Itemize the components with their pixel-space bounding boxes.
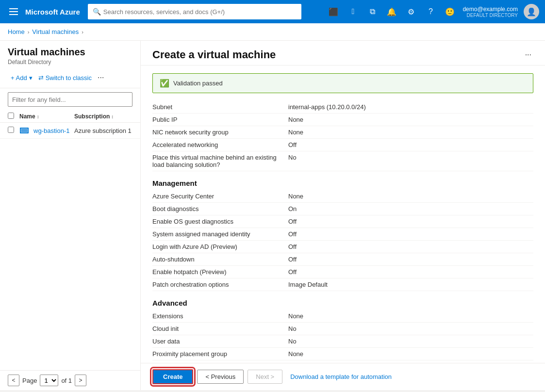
sidebar-footer: < Page 1 of 1 > — [0, 370, 140, 390]
breadcrumb-sep-2: › — [82, 29, 83, 35]
table-row[interactable]: wg-bastion-1 Azure subscription 1 — [0, 123, 140, 139]
detail-value: None — [288, 129, 533, 136]
detail-row: Cloud initNo — [152, 323, 533, 335]
action-bar: Create < Previous Next > Download a temp… — [141, 363, 545, 390]
breadcrumb: Home › Virtual machines › — [0, 23, 545, 41]
networking-detail-rows: Subnetinternal-apps (10.20.0.0/24)Public… — [152, 101, 533, 171]
detail-label: Azure Security Center — [152, 193, 288, 200]
portal-icon[interactable]: ⬛ — [325, 3, 342, 20]
help-icon[interactable]: ? — [422, 3, 439, 20]
breadcrumb-virtual-machines[interactable]: Virtual machines — [32, 28, 79, 35]
detail-row: Enable OS guest diagnosticsOff — [152, 215, 533, 228]
detail-value: None — [288, 116, 533, 123]
filter-input[interactable] — [8, 92, 132, 107]
search-wrapper: 🔍 — [88, 4, 301, 19]
breadcrumb-home[interactable]: Home — [8, 28, 25, 35]
detail-row: NIC network security groupNone — [152, 126, 533, 139]
feedback-icon[interactable]: 🙂 — [441, 3, 459, 20]
detail-row: Proximity placement groupNone — [152, 348, 533, 360]
name-sort-icon: ↕ — [37, 114, 39, 119]
row-subscription: Azure subscription 1 — [74, 127, 132, 134]
top-navigation: Microsoft Azure 🔍 ⬛  ⧉ 🔔 ⚙ ? 🙂 demo@exa… — [0, 0, 545, 23]
col-name-label: Name — [19, 113, 35, 120]
content-header: Create a virtual machine ··· — [141, 41, 545, 65]
select-all-checkbox-col — [8, 113, 19, 120]
hamburger-menu[interactable] — [6, 4, 21, 19]
advanced-detail-rows: ExtensionsNoneCloud initNoUser dataNoPro… — [152, 310, 533, 360]
prev-page-button[interactable]: < — [8, 375, 19, 386]
row-checkbox[interactable] — [8, 127, 14, 133]
detail-label: NIC network security group — [152, 129, 288, 136]
create-button[interactable]: Create — [152, 369, 193, 384]
detail-value: Image Default — [288, 281, 533, 288]
avatar[interactable]: 👤 — [524, 4, 539, 19]
detail-value: On — [288, 205, 533, 212]
detail-label: Accelerated networking — [152, 141, 288, 148]
detail-label: Login with Azure AD (Preview) — [152, 243, 288, 250]
validation-text: Validation passed — [173, 80, 223, 87]
settings-icon[interactable]: ⚙ — [402, 3, 420, 20]
detail-value: No — [288, 338, 533, 345]
content-body: ✅ Validation passed Subnetinternal-apps … — [141, 65, 545, 363]
sidebar: Virtual machines Default Directory + Add… — [0, 41, 141, 390]
previous-button[interactable]: < Previous — [197, 370, 244, 384]
detail-value: Off — [288, 243, 533, 250]
directory-icon[interactable]: ⧉ — [363, 3, 381, 20]
detail-label: System assigned managed identity — [152, 230, 288, 238]
add-label: + Add — [11, 74, 27, 82]
detail-label: Public IP — [152, 116, 288, 123]
nav-icon-group: ⬛  ⧉ 🔔 ⚙ ? 🙂 demo@example.com DEFAULT D… — [325, 3, 539, 20]
detail-row: Azure Security CenterNone — [152, 190, 533, 203]
detail-row: Login with Azure AD (Preview)Off — [152, 241, 533, 253]
cloud-shell-icon[interactable]:  — [344, 3, 362, 20]
detail-label: Extensions — [152, 312, 288, 320]
col-subscription-header[interactable]: Subscription ↕ — [74, 113, 132, 120]
advanced-heading: Advanced — [152, 299, 533, 307]
detail-label: Proximity placement group — [152, 350, 288, 358]
validation-icon: ✅ — [160, 79, 169, 88]
notification-icon[interactable]: 🔔 — [383, 3, 400, 20]
detail-value: Off — [288, 218, 533, 225]
search-icon: 🔍 — [93, 8, 101, 16]
switch-icon: ⇄ — [38, 74, 44, 82]
add-button[interactable]: + Add ▾ — [8, 72, 35, 83]
content-area: Create a virtual machine ··· ✅ Validatio… — [141, 41, 545, 390]
networking-details: Subnetinternal-apps (10.20.0.0/24)Public… — [152, 101, 533, 171]
detail-label: Cloud init — [152, 325, 288, 332]
search-input[interactable] — [88, 4, 301, 19]
sidebar-header: Virtual machines Default Directory — [0, 41, 140, 67]
content-more-button[interactable]: ··· — [523, 49, 533, 61]
add-chevron-icon: ▾ — [29, 74, 33, 82]
col-name-header[interactable]: Name ↕ — [19, 113, 74, 120]
page-select[interactable]: 1 — [40, 375, 58, 386]
detail-value: Off — [288, 268, 533, 276]
detail-label: Enable OS guest diagnostics — [152, 218, 288, 225]
download-template-link[interactable]: Download a template for automation — [290, 373, 392, 380]
detail-value: No — [288, 154, 533, 168]
next-page-button[interactable]: > — [75, 375, 86, 386]
user-info: demo@example.com DEFAULT DIRECTORY — [462, 6, 518, 18]
detail-value: No — [288, 325, 533, 332]
detail-label: Place this virtual machine behind an exi… — [152, 154, 288, 168]
management-heading: Management — [152, 179, 533, 187]
detail-row: User dataNo — [152, 335, 533, 348]
select-all-checkbox[interactable] — [8, 113, 14, 119]
more-button[interactable]: ··· — [95, 71, 107, 84]
vm-name-link[interactable]: wg-bastion-1 — [33, 127, 69, 134]
svg-rect-1 — [21, 129, 28, 132]
management-detail-rows: Azure Security CenterNoneBoot diagnostic… — [152, 190, 533, 291]
user-email: demo@example.com — [462, 6, 518, 13]
table-header: Name ↕ Subscription ↕ — [0, 111, 140, 123]
sub-sort-icon: ↕ — [111, 114, 114, 119]
brand-logo: Microsoft Azure — [25, 8, 80, 16]
main-layout: Virtual machines Default Directory + Add… — [0, 41, 545, 390]
switch-classic-button[interactable]: ⇄ Switch to classic — [35, 72, 95, 83]
sidebar-title: Virtual machines — [8, 47, 132, 58]
detail-label: Boot diagnostics — [152, 205, 288, 212]
next-button: Next > — [248, 370, 282, 384]
sidebar-actions: + Add ▾ ⇄ Switch to classic ··· — [0, 67, 140, 88]
detail-row: Accelerated networkingOff — [152, 139, 533, 151]
breadcrumb-sep-1: › — [28, 29, 30, 35]
detail-value: None — [288, 350, 533, 358]
page-title: Create a virtual machine — [152, 49, 276, 61]
